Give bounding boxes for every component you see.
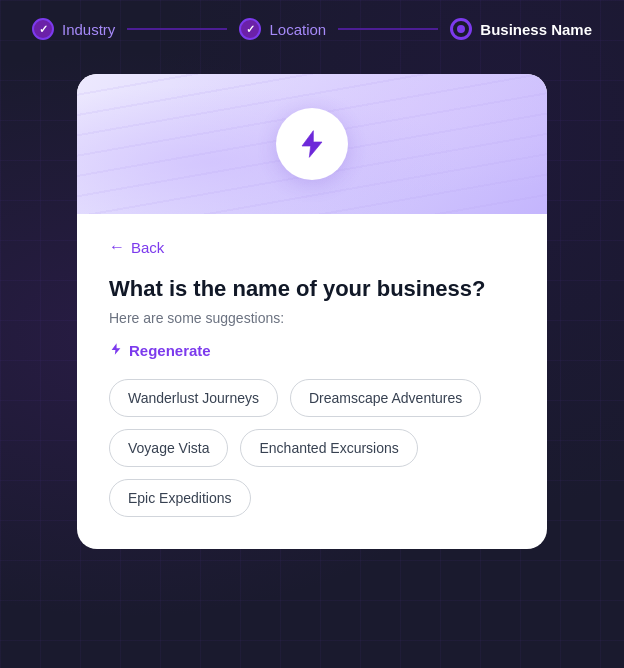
back-label: Back: [131, 239, 164, 256]
step-divider-1: [127, 28, 227, 30]
step-business-name-icon: [450, 18, 472, 40]
stepper: Industry Location Business Name: [0, 0, 624, 58]
lightning-icon: [296, 128, 328, 160]
suggestion-chip-2[interactable]: Voyage Vista: [109, 429, 228, 467]
lightning-circle: [276, 108, 348, 180]
step-industry-icon: [32, 18, 54, 40]
step-industry: Industry: [32, 18, 115, 40]
suggestions-label: Here are some suggestions:: [109, 310, 515, 326]
card-body: ← Back What is the name of your business…: [77, 214, 547, 549]
back-link[interactable]: ← Back: [109, 238, 515, 256]
suggestions-grid: Wanderlust Journeys Dreamscape Adventure…: [109, 379, 515, 517]
step-divider-2: [338, 28, 438, 30]
step-industry-label: Industry: [62, 21, 115, 38]
question-title: What is the name of your business?: [109, 276, 515, 302]
step-business-name-label: Business Name: [480, 21, 592, 38]
regenerate-label: Regenerate: [129, 342, 211, 359]
back-arrow-icon: ←: [109, 238, 125, 256]
suggestion-chip-0[interactable]: Wanderlust Journeys: [109, 379, 278, 417]
step-location-icon: [239, 18, 261, 40]
suggestion-chip-1[interactable]: Dreamscape Adventures: [290, 379, 481, 417]
main-card: ← Back What is the name of your business…: [77, 74, 547, 549]
step-location: Location: [239, 18, 326, 40]
step-location-label: Location: [269, 21, 326, 38]
card-header-bg: [77, 74, 547, 214]
suggestion-chip-4[interactable]: Epic Expeditions: [109, 479, 251, 517]
regenerate-button[interactable]: Regenerate: [109, 342, 211, 359]
regenerate-icon: [109, 342, 123, 359]
step-business-name: Business Name: [450, 18, 592, 40]
suggestion-chip-3[interactable]: Enchanted Excursions: [240, 429, 417, 467]
